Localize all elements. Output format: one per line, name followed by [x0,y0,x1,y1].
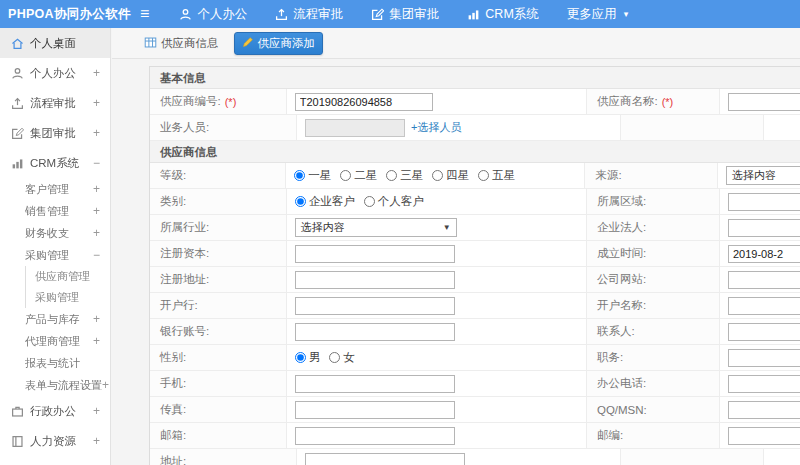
mobile-input[interactable] [295,375,455,393]
business-staff-input[interactable] [305,119,405,137]
fax-input[interactable] [295,401,455,419]
expand-icon[interactable]: + [93,126,100,140]
job-title-input[interactable] [728,349,800,367]
expand-icon[interactable]: + [102,378,109,392]
field-label: 手机: [150,371,287,396]
radio-option[interactable]: 二星 [340,168,377,183]
radio-3star[interactable] [386,170,397,181]
sidebar-item-admin-office[interactable]: 行政办公 + [0,396,110,426]
topnav-label: 流程审批 [293,6,343,23]
radio-4star[interactable] [432,170,443,181]
radio-5star[interactable] [478,170,489,181]
postcode-input[interactable] [728,427,800,445]
radio-option[interactable]: 企业客户 [295,194,355,209]
expand-icon[interactable]: + [93,334,100,348]
sidebar-item-personal-desktop[interactable]: 个人桌面 [0,28,110,58]
field-label: 企业法人: [587,215,720,240]
level-radio-group: 一星 二星 三星 四星 五星 [294,168,515,183]
radio-option[interactable]: 男 [295,350,321,365]
bank-account-input[interactable] [295,323,455,341]
company-website-input[interactable] [728,271,800,289]
industry-select[interactable]: 选择内容▼ [295,218,457,237]
field-label: 成立时间: [587,241,720,266]
qq-msn-input[interactable] [728,401,800,419]
tab-supplier-info[interactable]: 供应商信息 [137,33,226,54]
form-row: 地址: [150,449,800,465]
sidebar-item-workflow-approval[interactable]: 流程审批 + [0,88,110,118]
radio-option[interactable]: 一星 [294,168,331,183]
sidebar-item-personal-office[interactable]: 个人办公 + [0,58,110,88]
office-phone-input[interactable] [728,375,800,393]
region-input[interactable] [728,193,800,211]
sidebar-item-group-approval[interactable]: 集团审批 + [0,118,110,148]
form-row: 开户行: 开户名称: [150,293,800,319]
collapse-icon[interactable]: − [93,156,100,170]
menu-toggle-icon[interactable]: ≡ [140,0,149,28]
form-row: 类别: 企业客户 个人客户 所属区域: [150,189,800,215]
radio-option[interactable]: 四星 [432,168,469,183]
sidebar-item-crm-system[interactable]: CRM系统 − [0,148,110,178]
sidebar-item-form-flow-settings[interactable]: 表单与流程设置 + [0,374,110,396]
supplier-add-form: 基本信息 供应商编号: (*) 供应商名称: (*) [149,66,800,465]
expand-icon[interactable]: + [93,226,100,240]
field-label: 邮箱: [150,423,287,448]
radio-option[interactable]: 女 [329,350,355,365]
radio-option[interactable]: 个人客户 [364,194,424,209]
expand-icon[interactable]: + [93,204,100,218]
sidebar-item-finance-mgmt[interactable]: 财务收支 + [0,222,110,244]
sidebar-item-agent-mgmt[interactable]: 代理商管理 + [0,330,110,352]
radio-enterprise[interactable] [295,196,306,207]
contact-person-input[interactable] [728,323,800,341]
sidebar-item-supplier-mgmt[interactable]: 供应商管理 [26,266,110,287]
sidebar-item-purchasing[interactable]: 采购管理 [26,287,110,308]
topnav-group-approval[interactable]: 集团审批 [371,6,439,23]
sidebar-item-human-resources[interactable]: 人力资源 + [0,426,110,456]
sidebar-item-product-inventory[interactable]: 产品与库存 + [0,308,110,330]
sidebar-item-label: 采购管理 [35,290,100,305]
sidebar-item-customer-mgmt[interactable]: 客户管理 + [0,178,110,200]
sidebar-item-purchase-mgmt[interactable]: 采购管理 − [0,244,110,266]
sidebar-item-official-docs[interactable]: 公文管理 + [0,456,110,465]
topnav-more-apps[interactable]: 更多应用 ▾ [567,6,629,23]
form-row: 供应商编号: (*) 供应商名称: (*) [150,89,800,115]
bank-branch-input[interactable] [295,297,455,315]
founding-date-input[interactable] [728,245,800,263]
registered-address-input[interactable] [295,271,455,289]
radio-option[interactable]: 三星 [386,168,423,183]
address-input[interactable] [305,453,465,465]
email-input[interactable] [295,427,455,445]
radio-1star[interactable] [294,170,305,181]
form-row: 性别: 男 女 职务: [150,345,800,371]
registered-capital-input[interactable] [295,245,455,263]
expand-icon[interactable]: + [93,434,100,448]
select-staff-link[interactable]: +选择人员 [411,120,461,135]
sidebar-item-reports-stats[interactable]: 报表与统计 [0,352,110,374]
topnav-label: 个人办公 [197,6,247,23]
supplier-name-input[interactable] [728,93,800,111]
supplier-code-input[interactable] [295,93,433,111]
topnav-personal-office[interactable]: 个人办公 [179,6,247,23]
section-title-supplier-info: 供应商信息 [150,141,800,163]
topnav-workflow-approval[interactable]: 流程审批 [275,6,343,23]
legal-person-input[interactable] [728,219,800,237]
section-title-basic-info: 基本信息 [150,67,800,89]
expand-icon[interactable]: + [93,404,100,418]
radio-2star[interactable] [340,170,351,181]
sidebar-item-sales-mgmt[interactable]: 销售管理 + [0,200,110,222]
account-name-input[interactable] [728,297,800,315]
radio-option[interactable]: 五星 [478,168,515,183]
radio-female[interactable] [329,352,340,363]
topnav-crm-system[interactable]: CRM系统 [467,6,538,23]
radio-personal[interactable] [364,196,375,207]
expand-icon[interactable]: + [93,312,100,326]
field-label: 职务: [587,345,720,370]
source-select[interactable]: 选择内容▼ [726,166,800,185]
tab-supplier-add[interactable]: 供应商添加 [234,32,324,55]
collapse-icon[interactable]: − [93,248,100,262]
radio-male[interactable] [295,352,306,363]
expand-icon[interactable]: + [93,66,100,80]
expand-icon[interactable]: + [93,96,100,110]
expand-icon[interactable]: + [93,182,100,196]
sidebar-item-label: 人力资源 [30,434,93,449]
topnav-label: 更多应用 [567,6,617,23]
